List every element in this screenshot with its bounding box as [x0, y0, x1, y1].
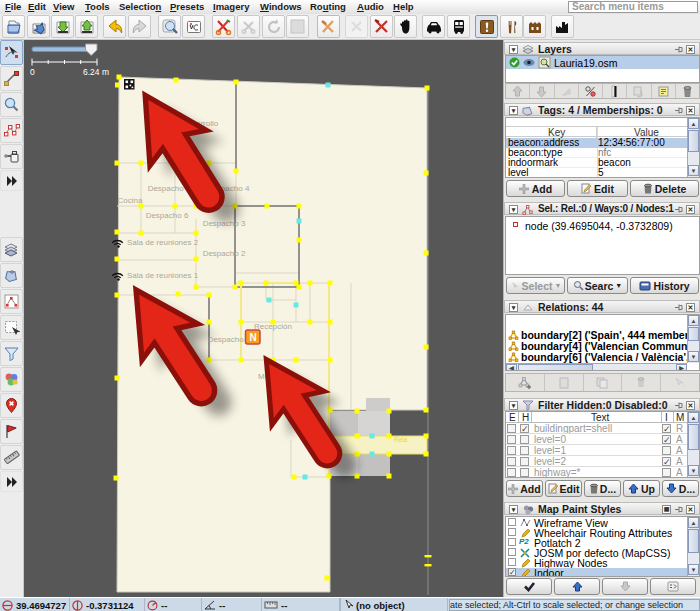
svg-text:Despacho 2: Despacho 2	[203, 249, 246, 258]
svg-text:0: 0	[30, 67, 35, 77]
svg-text:6.24 m: 6.24 m	[83, 67, 109, 77]
svg-text:Sala de reuniones 1: Sala de reuniones 1	[127, 271, 199, 280]
svg-text:Rela: Rela	[394, 436, 408, 443]
svg-text:Sala de reuniones 2: Sala de reuniones 2	[127, 238, 199, 247]
svg-text:Despacho 1: Despacho 1	[208, 335, 251, 344]
svg-text:Despacho 6: Despacho 6	[146, 211, 189, 220]
svg-text:N: N	[249, 332, 256, 343]
